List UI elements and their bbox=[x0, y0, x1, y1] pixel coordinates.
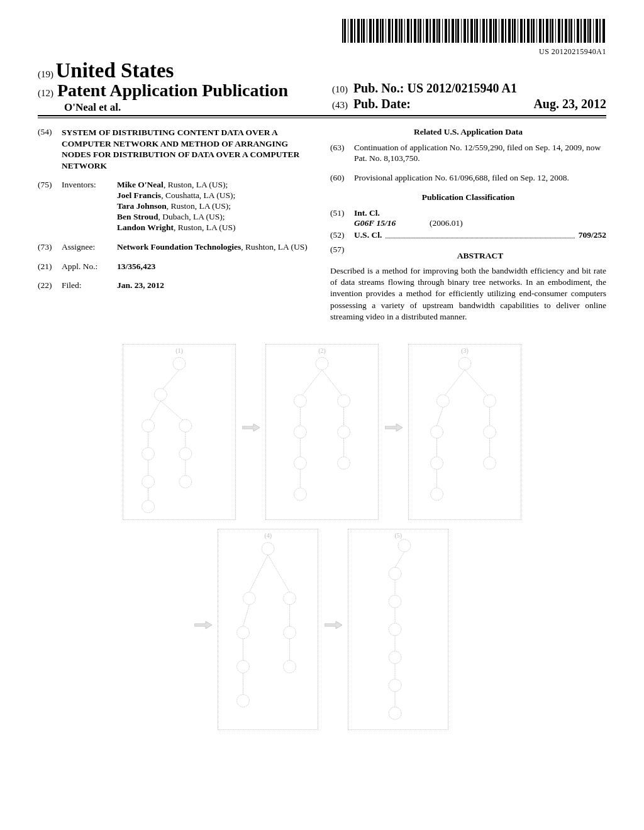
invention-title: SYSTEM OF DISTRIBUTING CONTENT DATA OVER… bbox=[62, 127, 314, 171]
inventor: Ben Stroud, Dubach, LA (US); bbox=[117, 212, 314, 223]
svg-point-72 bbox=[389, 679, 401, 692]
barcode-number: US 20120215940A1 bbox=[38, 47, 606, 57]
related-apps-header: Related U.S. Application Data bbox=[330, 127, 606, 138]
pubno-label: Pub. No.: bbox=[353, 81, 404, 95]
pub-classification-header: Publication Classification bbox=[330, 192, 606, 203]
svg-point-17 bbox=[316, 357, 328, 370]
intcl-label: Int. Cl. bbox=[354, 208, 380, 218]
inventors-list: Mike O'Neal, Ruston, LA (US); Joel Franc… bbox=[117, 180, 314, 233]
panel-label: (5) bbox=[394, 532, 402, 540]
inventor: Tara Johnson, Ruston, LA (US); bbox=[117, 201, 314, 212]
svg-line-49 bbox=[268, 555, 290, 592]
barcode-graphic bbox=[342, 19, 606, 43]
svg-point-6 bbox=[179, 419, 192, 432]
svg-point-43 bbox=[431, 457, 443, 470]
barcode-block: US 20120215940A1 bbox=[38, 19, 606, 57]
svg-point-36 bbox=[484, 395, 496, 407]
svg-line-37 bbox=[437, 407, 443, 426]
tree-diagram-icon bbox=[348, 529, 448, 729]
svg-line-48 bbox=[250, 555, 269, 592]
svg-point-68 bbox=[389, 623, 401, 636]
inventor: Joel Francis, Coushatta, LA (US); bbox=[117, 191, 314, 201]
svg-point-24 bbox=[294, 426, 307, 438]
svg-point-74 bbox=[389, 707, 401, 720]
uscl-value: 709/252 bbox=[579, 230, 606, 241]
code-51: (51) bbox=[330, 208, 354, 219]
uscl-label: U.S. Cl. bbox=[354, 230, 382, 241]
inventor: Landon Wright, Ruston, LA (US) bbox=[117, 223, 314, 233]
svg-point-55 bbox=[284, 626, 296, 639]
inventor: Mike O'Neal, Ruston, LA (US); bbox=[117, 180, 314, 191]
svg-point-59 bbox=[284, 660, 296, 673]
inventors-label: Inventors: bbox=[62, 180, 117, 191]
assignee-value: Network Foundation Technologies, Rushton… bbox=[117, 242, 314, 253]
svg-point-39 bbox=[431, 426, 443, 438]
filed-label: Filed: bbox=[62, 280, 117, 291]
publication-number: US 2012/0215940 A1 bbox=[407, 81, 516, 95]
code-54: (54) bbox=[38, 127, 62, 138]
ipc-date: (2006.01) bbox=[430, 218, 463, 229]
svg-point-28 bbox=[294, 457, 307, 470]
svg-point-61 bbox=[237, 695, 250, 707]
svg-line-1 bbox=[160, 370, 179, 392]
svg-point-47 bbox=[262, 543, 274, 555]
code-57: (57) bbox=[330, 245, 354, 255]
panel-label: (2) bbox=[318, 347, 326, 355]
svg-line-33 bbox=[443, 370, 465, 398]
figure-panel-2: (2) bbox=[265, 344, 379, 520]
svg-point-32 bbox=[458, 357, 471, 370]
svg-point-44 bbox=[484, 457, 496, 470]
abstract-text: Described is a method for improving both… bbox=[330, 265, 606, 323]
figure-panel-4: (4) bbox=[218, 529, 318, 730]
svg-point-40 bbox=[484, 426, 496, 438]
dot-leader bbox=[386, 232, 574, 238]
application-number: 13/356,423 bbox=[117, 262, 314, 272]
svg-point-54 bbox=[237, 626, 250, 639]
ipc-code: G06F 15/16 bbox=[354, 218, 430, 229]
svg-point-5 bbox=[142, 419, 155, 432]
filed-date: Jan. 23, 2012 bbox=[117, 280, 314, 291]
code-22: (22) bbox=[38, 280, 62, 291]
arrow-icon bbox=[325, 621, 342, 629]
svg-point-46 bbox=[431, 488, 443, 501]
svg-point-58 bbox=[237, 660, 250, 673]
panel-label: (1) bbox=[175, 347, 183, 355]
arrow-icon bbox=[242, 423, 260, 432]
svg-point-14 bbox=[179, 475, 192, 488]
svg-line-52 bbox=[243, 605, 250, 627]
code-75: (75) bbox=[38, 180, 62, 191]
abstract-header: ABSTRACT bbox=[354, 251, 606, 262]
svg-point-25 bbox=[338, 426, 350, 438]
svg-point-16 bbox=[142, 501, 155, 513]
assignee-label: Assignee: bbox=[62, 242, 117, 253]
publication-kind: Patent Application Publication bbox=[57, 80, 288, 100]
svg-line-19 bbox=[322, 370, 344, 398]
code-12: (12) bbox=[38, 88, 53, 98]
svg-point-70 bbox=[389, 651, 401, 664]
figure-panel-3: (3) bbox=[408, 344, 521, 520]
tree-diagram-icon bbox=[266, 345, 378, 519]
svg-point-9 bbox=[142, 448, 155, 460]
rule-divider bbox=[38, 118, 606, 118]
panel-label: (4) bbox=[264, 532, 272, 540]
svg-line-34 bbox=[465, 370, 490, 398]
arrow-icon bbox=[194, 621, 212, 629]
publication-date: Aug. 23, 2012 bbox=[533, 96, 606, 112]
left-column: (54) SYSTEM OF DISTRIBUTING CONTENT DATA… bbox=[38, 127, 314, 323]
front-page-figure: (1) (2) (3) bbox=[38, 341, 606, 733]
code-43: (43) bbox=[332, 100, 348, 110]
tree-diagram-icon bbox=[409, 345, 521, 519]
code-63: (63) bbox=[330, 143, 354, 153]
svg-line-63 bbox=[395, 552, 404, 568]
svg-line-3 bbox=[148, 401, 161, 423]
svg-point-0 bbox=[173, 357, 186, 370]
country-name: United States bbox=[56, 59, 174, 82]
authors-short: O'Neal et al. bbox=[38, 101, 326, 114]
provisional-text: Provisional application No. 61/096,688, … bbox=[354, 173, 606, 184]
svg-point-21 bbox=[338, 395, 350, 407]
svg-point-2 bbox=[154, 389, 167, 401]
code-19: (19) bbox=[38, 69, 53, 79]
applno-label: Appl. No.: bbox=[62, 262, 117, 272]
bibliographic-data: (54) SYSTEM OF DISTRIBUTING CONTENT DATA… bbox=[38, 127, 606, 323]
tree-diagram-icon bbox=[123, 345, 235, 519]
